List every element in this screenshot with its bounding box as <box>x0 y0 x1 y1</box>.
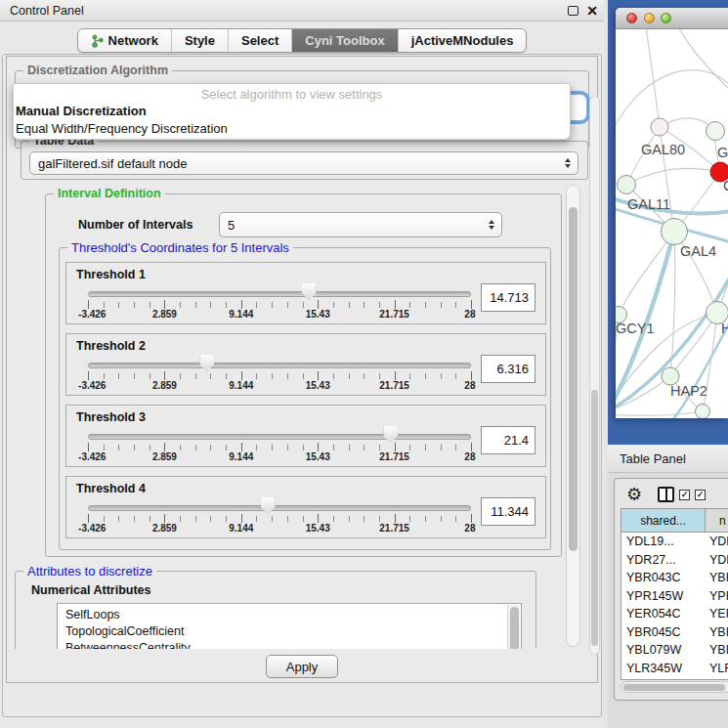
number-of-intervals-label: Number of Intervals <box>78 218 193 232</box>
cell-shared-name[interactable]: YLR345W <box>621 660 706 678</box>
major-tick <box>241 371 242 380</box>
table-row[interactable]: YBL079WYBL0... <box>621 641 728 660</box>
cell-name[interactable]: YBL0... <box>706 641 728 660</box>
tab-cyni-toolbox[interactable]: Cyni Toolbox <box>291 29 397 52</box>
table-row[interactable]: YDL19...YDL1... <box>621 533 728 551</box>
settings-scrollbar-thumb[interactable] <box>569 207 578 551</box>
cell-shared-name[interactable]: YER054C <box>621 605 706 623</box>
table-header-row: shared... n <box>621 509 728 533</box>
checkbox-icon[interactable]: ✓ <box>695 490 706 500</box>
threshold-row: Threshold 2 -3.4262.8599.14415.4321.7152… <box>65 333 546 396</box>
attribute-list-item[interactable]: BetweennessCentrality <box>65 640 521 649</box>
tab-select[interactable]: Select <box>228 29 291 52</box>
cell-name[interactable]: YLR3... <box>706 660 728 678</box>
cell-name[interactable]: YBR0... <box>706 623 728 642</box>
cell-name[interactable]: YPR1... <box>706 587 728 606</box>
minimize-traffic-light-icon[interactable] <box>644 13 655 23</box>
network-node[interactable] <box>617 175 636 194</box>
tick-label: -3.426 <box>78 309 106 320</box>
panel-scrollbar-thumb[interactable] <box>591 390 598 646</box>
tick-label: 21.715 <box>379 451 409 462</box>
slider-track[interactable] <box>88 434 471 440</box>
number-of-intervals-combobox[interactable]: 5 <box>219 212 502 237</box>
slider-track[interactable] <box>88 363 471 368</box>
settings-scrollbar[interactable] <box>566 185 580 647</box>
network-node[interactable] <box>651 118 669 137</box>
cell-shared-name[interactable]: YPR145W <box>621 587 706 606</box>
tab-jactivemnodules[interactable]: jActiveMNodules <box>398 29 527 52</box>
control-panel-titlebar: Control Panel ✕ <box>0 0 604 21</box>
slider-handle[interactable] <box>383 426 398 444</box>
close-icon[interactable]: ✕ <box>586 6 598 16</box>
cell-name[interactable]: YDL1... <box>706 533 728 551</box>
cell-name[interactable]: YDR2... <box>706 551 728 570</box>
threshold-slider[interactable]: -3.4262.8599.14415.4321.71528 <box>88 263 471 325</box>
attributes-list-scrollbar[interactable] <box>507 605 520 649</box>
table-row[interactable]: YER054CYER0... <box>621 605 728 623</box>
slider-track[interactable] <box>88 291 471 297</box>
table-horizontal-scrollbar[interactable] <box>621 681 728 693</box>
slider-track[interactable] <box>88 505 471 511</box>
network-node[interactable] <box>706 121 725 141</box>
table-row[interactable]: YDR27...YDR2... <box>621 551 728 570</box>
cell-shared-name[interactable]: YDL19... <box>621 533 706 551</box>
column-header-shared-name[interactable]: shared... <box>621 509 706 532</box>
network-window-titlebar[interactable] <box>616 8 728 29</box>
slider-handle[interactable] <box>302 283 317 301</box>
tab-style[interactable]: Style <box>171 29 228 52</box>
cell-name[interactable]: YIL0... <box>706 677 728 680</box>
tab-network[interactable]: Network <box>78 29 171 52</box>
slider-handle[interactable] <box>261 497 276 515</box>
table-row[interactable]: YLR345WYLR3... <box>621 660 728 678</box>
cell-shared-name[interactable]: YIL052C <box>621 677 706 680</box>
threshold-value-field[interactable] <box>481 497 535 526</box>
interval-definition-group-title: Interval Definition <box>54 187 165 200</box>
panel-scrollbar[interactable] <box>589 96 600 655</box>
node-attribute-table[interactable]: shared... n YDL19...YDL1...YDR27...YDR2.… <box>621 508 728 680</box>
column-header-name[interactable]: n <box>706 509 728 532</box>
cell-shared-name[interactable]: YDR27... <box>621 551 706 570</box>
slider-handle[interactable] <box>199 355 214 372</box>
table-panel-title: Table Panel <box>608 451 686 466</box>
numerical-attributes-list[interactable]: SelfLoopsTopologicalCoefficientBetweenne… <box>57 603 522 649</box>
tab-label: jActiveMNodules <box>411 33 514 48</box>
dropdown-option[interactable]: Manual Discretization <box>14 103 570 120</box>
table-data-combobox[interactable]: galFiltered.sif default node <box>29 151 578 175</box>
network-node[interactable] <box>661 218 688 245</box>
network-canvas[interactable]: GAL80GACGAL11GAL4GCY1HHAP2 <box>616 29 728 418</box>
table-row[interactable]: YBR043CYBR0... <box>621 569 728 587</box>
algorithm-dropdown-popup: Select algorithm to view settings Manual… <box>13 83 571 140</box>
dropdown-option[interactable]: Equal Width/Frequency Discretization <box>14 120 570 138</box>
table-row[interactable]: YBR045CYBR0... <box>621 623 728 642</box>
tick-label: -3.426 <box>78 380 106 391</box>
network-node[interactable] <box>695 404 710 418</box>
float-window-icon[interactable] <box>568 6 578 16</box>
gear-icon[interactable]: ⚙ <box>626 486 642 503</box>
table-row[interactable]: YPR145WYPR1... <box>621 587 728 606</box>
threshold-value-field[interactable] <box>481 355 535 383</box>
apply-button[interactable]: Apply <box>266 655 338 678</box>
tick-marks <box>88 445 471 450</box>
threshold-value-field[interactable] <box>481 426 535 454</box>
zoom-traffic-light-icon[interactable] <box>661 13 671 23</box>
tick-label: 9.144 <box>229 523 253 534</box>
threshold-slider[interactable]: -3.4262.8599.14415.4321.71528 <box>88 406 471 468</box>
cell-shared-name[interactable]: YBL079W <box>621 641 706 660</box>
cell-name[interactable]: YER0... <box>706 605 728 623</box>
table-row[interactable]: YIL052CYIL0... <box>621 677 728 680</box>
attribute-list-item[interactable]: SelfLoops <box>65 607 521 623</box>
number-of-intervals-value: 5 <box>228 218 235 233</box>
table-horizontal-scrollbar-thumb[interactable] <box>623 684 725 691</box>
close-traffic-light-icon[interactable] <box>626 13 637 23</box>
threshold-slider[interactable]: -3.4262.8599.14415.4321.71528 <box>88 334 471 397</box>
threshold-value-field[interactable] <box>481 283 535 312</box>
cell-shared-name[interactable]: YBR045C <box>621 623 706 642</box>
tick-label: -3.426 <box>78 451 106 462</box>
cell-shared-name[interactable]: YBR043C <box>621 569 706 587</box>
cell-name[interactable]: YBR0... <box>706 569 728 587</box>
attribute-list-item[interactable]: TopologicalCoefficient <box>65 623 521 640</box>
split-columns-icon[interactable] <box>658 487 674 502</box>
threshold-slider[interactable]: -3.4262.8599.14415.4321.71528 <box>88 477 471 539</box>
checkbox-icon[interactable]: ✓ <box>679 490 690 500</box>
tick-label: 21.715 <box>379 523 409 534</box>
